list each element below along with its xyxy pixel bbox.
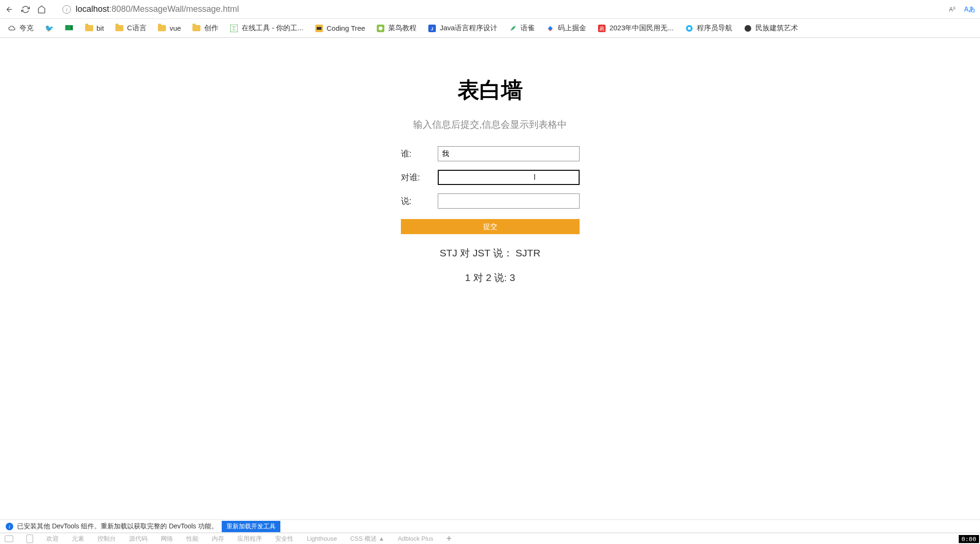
juejin-icon [546,24,555,33]
site-info-icon[interactable]: i [62,5,71,14]
bookmark-item[interactable]: 程序员导航 [685,24,732,33]
feather-icon [509,24,517,33]
address-bar[interactable]: i localhost:8080/MessageWall/message.htm… [62,4,943,14]
bookmark-item[interactable]: C语言 [115,24,147,33]
browser-toolbar: i localhost:8080/MessageWall/message.htm… [0,0,980,19]
url-text: localhost:8080/MessageWall/message.html [76,4,239,14]
bookmark-label: 创作 [204,24,218,33]
flag-icon [65,24,73,33]
bookmark-item[interactable]: vue [158,24,181,33]
bookmark-label: 菜鸟教程 [388,24,416,33]
svg-text:J: J [431,26,434,31]
svg-rect-5 [317,27,321,30]
bookmark-item[interactable]: 易 2023年中国民用无... [598,24,674,33]
cloud-icon [8,24,16,33]
folder-icon [85,24,93,33]
bookmark-item[interactable]: Coding Tree [315,24,365,33]
folder-icon [158,24,166,33]
toolbar-right: A)) Aあ [949,5,975,14]
bookmark-label: 夸克 [19,24,34,33]
bookmark-label: 2023年中国民用无... [609,24,674,33]
bookmark-item[interactable]: 民族建筑艺术 [744,24,798,33]
bird-icon: 🐦 [45,24,53,33]
bookmark-label: C语言 [127,24,147,33]
bookmark-label: vue [170,24,181,32]
dark-icon [744,24,752,33]
java-icon: J [428,24,436,33]
bookmark-item[interactable]: J Java语言程序设计 [428,24,497,33]
svg-text:易: 易 [599,26,604,31]
runoob-icon [376,24,385,33]
bookmark-item[interactable]: 🐦 [45,24,53,33]
bookmark-label: 语雀 [520,24,535,33]
bookmarks-bar: 夸克 🐦 bit C语言 vue 创作 工 在线工具 - 你的工... Codi… [0,19,980,38]
bookmark-item[interactable]: 创作 [192,24,218,33]
bookmark-item[interactable]: 夸克 [8,24,34,33]
bookmark-label: bit [96,24,104,32]
bookmark-item[interactable] [65,24,73,33]
red-icon: 易 [598,24,606,33]
home-button[interactable] [37,5,46,14]
svg-text:工: 工 [232,26,236,31]
bookmark-label: 民族建筑艺术 [755,24,798,33]
bookmark-item[interactable]: 码上掘金 [546,24,586,33]
refresh-button[interactable] [21,5,30,14]
tool-icon: 工 [230,24,238,33]
svg-point-7 [379,26,382,30]
bookmark-label: Java语言程序设计 [440,24,497,33]
folder-icon [115,24,124,33]
folder-icon [192,24,201,33]
bookmark-item[interactable]: 菜鸟教程 [376,24,416,33]
bookmark-item[interactable]: 工 在线工具 - 你的工... [230,24,304,33]
translate-icon[interactable]: Aあ [964,5,975,14]
code-icon [315,24,323,33]
bookmark-item[interactable]: 语雀 [509,24,535,33]
blue-icon [685,24,694,33]
svg-point-15 [745,25,751,32]
bookmark-item[interactable]: bit [85,24,104,33]
back-button[interactable] [5,5,14,14]
font-size-icon[interactable]: A)) [949,6,955,13]
bookmark-label: 在线工具 - 你的工... [242,24,304,33]
bookmark-label: Coding Tree [327,24,365,32]
bookmark-label: 程序员导航 [697,24,732,33]
bookmark-label: 码上掘金 [558,24,586,33]
svg-point-14 [688,27,691,30]
